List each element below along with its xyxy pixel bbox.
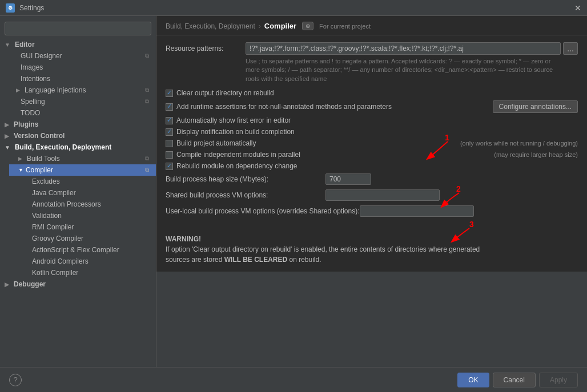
warning-text: If option 'Clear output directory on reb… [166,244,578,265]
sidebar-group-plugins[interactable]: ▶ Plugins [0,119,156,130]
heap-size-row: Build process heap size (Mbytes): [166,173,578,185]
resource-patterns-input[interactable] [246,42,561,55]
resource-patterns-row: Resource patterns: ... [166,42,578,55]
sidebar-group-version-control[interactable]: ▶ Version Control [0,130,156,142]
title-bar-left: ⚙ Settings [6,3,44,13]
sidebar-item-rmi-compiler[interactable]: RMI Compiler [18,221,156,233]
content-panel: Build, Execution, Deployment › Compiler … [156,16,587,272]
build-auto-checkbox[interactable] [166,140,173,147]
help-button[interactable]: ? [9,374,22,386]
clear-output-row: Clear output directory on rebuild [166,89,578,97]
build-auto-row: Build project automatically (only works … [166,139,578,147]
sidebar-item-todo[interactable]: TODO [0,107,156,119]
user-local-vm-row: User-local build process VM options (ove… [166,205,578,217]
rebuild-module-label[interactable]: Rebuild module on dependency change [166,162,297,170]
sidebar-item-actionscript-flex[interactable]: ActionScript & Flex Compiler [18,244,156,256]
clear-output-label[interactable]: Clear output directory on rebuild [166,89,274,97]
auto-show-checkbox[interactable] [166,117,173,124]
editor-label: Editor [15,41,35,49]
warning-bold: WILL BE CLEARED [224,256,287,264]
shared-vm-label: Shared build process VM options: [166,191,325,199]
sidebar-group-build-execution[interactable]: ▼ Build, Execution, Deployment [0,142,156,153]
build-execution-label: Build, Execution, Deployment [15,143,111,151]
title-bar: ⚙ Settings ✕ [0,0,587,16]
resource-patterns-label: Resource patterns: [166,42,246,52]
configure-annotations-button[interactable]: Configure annotations... [493,100,578,113]
add-runtime-row: Add runtime assertions for not-null-anno… [166,100,578,113]
rebuild-module-row: Rebuild module on dependency change [166,162,578,170]
warning-title: WARNING! [166,234,578,244]
compile-parallel-checkbox[interactable] [166,151,173,159]
gui-designer-copy-icon: ⧉ [145,52,149,59]
resource-patterns-browse-button[interactable]: ... [563,42,578,55]
language-injections-arrow: ▶ [16,87,20,93]
display-notification-label[interactable]: Display notification on build completion [166,128,295,136]
plugins-label: Plugins [14,120,38,128]
auto-show-label[interactable]: Automatically show first error in editor [166,116,291,124]
sidebar-item-gui-designer[interactable]: GUI Designer ⧉ [0,50,156,62]
rebuild-module-checkbox[interactable] [166,163,173,170]
breadcrumb-current: Compiler [264,22,296,30]
compile-parallel-label[interactable]: Compile independent modules in parallel [166,151,300,159]
search-input[interactable] [5,22,151,35]
cancel-button[interactable]: Cancel [493,373,536,387]
sidebar-category-editor[interactable]: ▼ Editor [0,39,156,50]
sidebar-item-groovy-compiler[interactable]: Groovy Compiler [18,233,156,244]
debugger-arrow: ▶ [5,281,9,288]
sidebar-item-java-compiler[interactable]: Java Compiler [18,187,156,199]
version-control-label: Version Control [14,132,65,140]
build-auto-label[interactable]: Build project automatically [166,139,256,147]
sidebar-item-annotation-processors[interactable]: Annotation Processors [18,199,156,210]
user-local-vm-input[interactable] [360,205,474,217]
sidebar-item-spelling[interactable]: Spelling ⧉ [0,96,156,107]
warning-box: WARNING! If option 'Clear output directo… [166,234,578,265]
debugger-label: Debugger [14,280,46,288]
bottom-bar: ? OK Cancel Apply [0,367,587,392]
sidebar: ▼ Editor GUI Designer ⧉ Images Intention… [0,16,156,367]
settings-icon: ⚙ [6,3,15,13]
add-runtime-checkbox[interactable] [166,103,173,111]
sidebar-item-validation[interactable]: Validation [18,210,156,221]
breadcrumb-project: For current project [319,23,371,30]
apply-button[interactable]: Apply [539,373,578,387]
compile-parallel-row: Compile independent modules in parallel … [166,151,578,159]
clear-output-checkbox[interactable] [166,90,173,97]
heap-size-input[interactable] [325,173,371,185]
build-auto-note: (only works while not running / debuggin… [460,140,578,147]
build-tools-copy-icon: ⧉ [145,155,149,162]
shared-vm-row: Shared build process VM options: [166,189,578,201]
sidebar-group-debugger[interactable]: ▶ Debugger [0,278,156,290]
content-header: Build, Execution, Deployment › Compiler … [156,16,587,35]
compiler-arrow: ▼ [18,167,23,173]
version-control-arrow: ▶ [5,133,9,139]
breadcrumb-prefix: Build, Execution, Deployment [166,22,255,30]
sidebar-item-excludes[interactable]: Excludes [18,176,156,187]
language-injections-copy-icon: ⧉ [145,87,149,94]
display-notification-checkbox[interactable] [166,128,173,136]
sidebar-item-intentions[interactable]: Intentions [0,73,156,84]
display-notification-row: Display notification on build completion [166,128,578,136]
window-title: Settings [19,4,44,12]
editor-arrow: ▼ [5,42,10,48]
close-button[interactable]: ✕ [574,3,581,13]
sidebar-item-android-compilers[interactable]: Android Compilers [18,256,156,267]
resource-hint: Use ; to separate patterns and ! to nega… [246,57,578,83]
shared-vm-input[interactable] [325,189,440,201]
sidebar-item-kotlin-compiler[interactable]: Kotlin Compiler [18,267,156,278]
plugins-arrow: ▶ [5,122,9,128]
sidebar-group-editor: ▼ Editor GUI Designer ⧉ Images Intention… [0,39,156,119]
bottom-right: OK Cancel Apply [457,373,578,387]
add-runtime-label[interactable]: Add runtime assertions for not-null-anno… [166,103,392,111]
sidebar-item-language-injections[interactable]: ▶ Language Injections ⧉ [0,84,156,96]
build-tools-arrow: ▶ [18,156,22,161]
breadcrumb-separator: › [259,22,261,30]
spelling-copy-icon: ⧉ [145,98,149,105]
bottom-left: ? [9,374,22,386]
user-local-vm-label: User-local build process VM options (ove… [166,207,360,215]
sidebar-item-images[interactable]: Images [0,62,156,73]
ok-button[interactable]: OK [457,373,489,387]
sidebar-item-build-tools[interactable]: ▶ Build Tools ⧉ [9,153,156,164]
compile-parallel-note: (may require larger heap size) [494,151,578,158]
build-execution-arrow: ▼ [5,144,10,151]
sidebar-item-compiler[interactable]: ▼ Compiler ⧉ [9,164,156,176]
